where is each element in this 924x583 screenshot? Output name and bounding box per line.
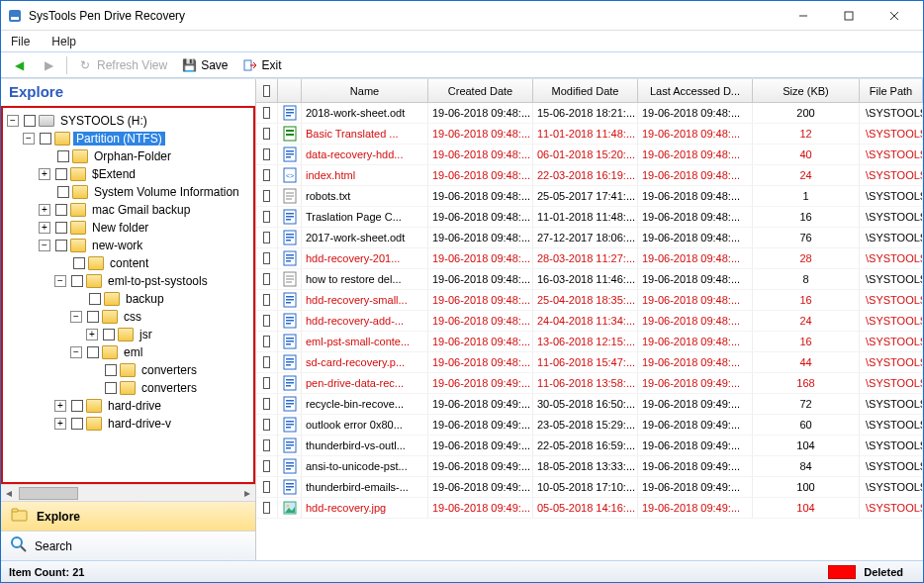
tree-orphan[interactable]: Orphan-Folder: [7, 147, 253, 165]
tree-convert1[interactable]: converters: [7, 361, 253, 379]
table-row[interactable]: thunderbird-vs-outl...19-06-2018 09:49:.…: [256, 436, 923, 456]
scroll-right-icon[interactable]: ▸: [239, 485, 255, 501]
checkbox[interactable]: [263, 336, 270, 347]
checkbox[interactable]: [55, 240, 67, 251]
checkbox[interactable]: [71, 400, 83, 412]
tree-harddrivev[interactable]: +hard-drive-v: [7, 415, 253, 433]
checkbox[interactable]: [24, 115, 36, 127]
tree-extend[interactable]: +$Extend: [7, 165, 253, 183]
tree-hscroll[interactable]: ◂ ▸: [1, 484, 255, 501]
scroll-left-icon[interactable]: ◂: [1, 485, 17, 501]
col-type[interactable]: [278, 79, 302, 102]
col-path[interactable]: File Path: [860, 79, 923, 102]
table-row[interactable]: hdd-recovery-201...19-06-2018 09:48:...2…: [256, 248, 923, 269]
checkbox[interactable]: [105, 364, 117, 376]
tree-convert2[interactable]: converters: [7, 379, 253, 397]
table-row[interactable]: outlook error 0x80...19-06-2018 09:49:..…: [256, 415, 923, 436]
checkbox[interactable]: [87, 311, 99, 323]
checkbox[interactable]: [71, 418, 83, 430]
tree-sysvol[interactable]: System Volume Information: [7, 183, 253, 201]
tree-emltopst[interactable]: −eml-to-pst-systools: [7, 272, 253, 290]
menu-file[interactable]: File: [11, 35, 30, 49]
table-row[interactable]: how to restore del...19-06-2018 09:48:..…: [256, 269, 923, 290]
checkbox[interactable]: [263, 481, 270, 493]
tree-newfolder[interactable]: +New folder: [7, 219, 253, 237]
checkbox[interactable]: [55, 168, 67, 180]
tree-content[interactable]: content: [7, 254, 253, 272]
checkbox[interactable]: [263, 419, 270, 431]
checkbox[interactable]: [263, 190, 270, 202]
table-row[interactable]: sd-card-recovery.p...19-06-2018 09:48:..…: [256, 352, 923, 373]
maximize-button[interactable]: [826, 2, 872, 30]
table-row[interactable]: ansi-to-unicode-pst...19-06-2018 09:49:.…: [256, 456, 923, 477]
checkbox[interactable]: [73, 257, 85, 269]
checkbox[interactable]: [263, 128, 270, 140]
checkbox[interactable]: [263, 439, 270, 451]
checkbox[interactable]: [263, 356, 270, 368]
expand-icon[interactable]: +: [39, 222, 50, 234]
checkbox[interactable]: [40, 133, 51, 145]
checkbox[interactable]: [263, 85, 270, 97]
table-row[interactable]: hdd-recovery.jpg19-06-2018 09:49:...05-0…: [256, 498, 923, 519]
collapse-icon[interactable]: −: [70, 346, 82, 358]
table-row[interactable]: pen-drive-data-rec...19-06-2018 09:49:..…: [256, 373, 923, 394]
tree-harddrive[interactable]: +hard-drive: [7, 397, 253, 415]
nav-back-button[interactable]: ◀: [7, 55, 31, 75]
menu-help[interactable]: Help: [51, 35, 76, 49]
table-row[interactable]: <>index.html19-06-2018 09:48:...22-03-20…: [256, 165, 923, 186]
checkbox[interactable]: [263, 315, 270, 327]
col-size[interactable]: Size (KB): [753, 79, 860, 102]
col-modified[interactable]: Modified Date: [533, 79, 638, 102]
col-checkbox[interactable]: [256, 79, 278, 102]
expand-icon[interactable]: +: [54, 418, 66, 430]
checkbox[interactable]: [263, 273, 270, 285]
checkbox[interactable]: [263, 294, 270, 306]
collapse-icon[interactable]: −: [70, 311, 82, 323]
checkbox[interactable]: [55, 204, 67, 216]
tree-backup[interactable]: backup: [7, 290, 253, 308]
expand-icon[interactable]: +: [39, 168, 50, 180]
checkbox[interactable]: [263, 107, 270, 119]
table-row[interactable]: recycle-bin-recove...19-06-2018 09:49:..…: [256, 394, 923, 415]
collapse-icon[interactable]: −: [39, 240, 50, 251]
table-row[interactable]: thunderbird-emails-...19-06-2018 09:49:.…: [256, 477, 923, 498]
tree-jsr[interactable]: +jsr: [7, 326, 253, 343]
col-created[interactable]: Created Date: [428, 79, 533, 102]
table-row[interactable]: hdd-recovery-add-...19-06-2018 09:48:...…: [256, 311, 923, 332]
minimize-button[interactable]: [781, 2, 826, 30]
expand-icon[interactable]: +: [39, 204, 50, 216]
checkbox[interactable]: [263, 398, 270, 410]
exit-button[interactable]: Exit: [238, 55, 286, 75]
grid-body[interactable]: 2018-work-sheet.odt19-06-2018 09:48:...1…: [256, 103, 923, 560]
expand-icon[interactable]: +: [54, 400, 66, 412]
checkbox[interactable]: [57, 186, 69, 198]
table-row[interactable]: robots.txt19-06-2018 09:48:...25-05-2017…: [256, 186, 923, 207]
table-row[interactable]: data-recovery-hdd...19-06-2018 09:48:...…: [256, 145, 923, 165]
tree-eml[interactable]: −eml: [7, 343, 253, 361]
tree-partition[interactable]: −Partition (NTFS): [7, 130, 253, 147]
checkbox[interactable]: [89, 293, 101, 305]
checkbox[interactable]: [57, 150, 69, 162]
tree-newwork[interactable]: −new-work: [7, 237, 253, 254]
table-row[interactable]: 2017-work-sheet.odt19-06-2018 09:48:...2…: [256, 228, 923, 248]
checkbox[interactable]: [263, 502, 270, 514]
scroll-thumb[interactable]: [19, 487, 78, 500]
checkbox[interactable]: [103, 329, 115, 340]
checkbox[interactable]: [263, 211, 270, 223]
refresh-button[interactable]: ↻ Refresh View: [73, 55, 171, 75]
tree-macgmail[interactable]: +mac Gmail backup: [7, 201, 253, 219]
nav-search[interactable]: Search: [1, 531, 255, 560]
table-row[interactable]: Basic Translated ...19-06-2018 09:48:...…: [256, 124, 923, 145]
tree-root[interactable]: −SYSTOOLS (H:): [7, 112, 253, 130]
table-row[interactable]: hdd-recovery-small...19-06-2018 09:48:..…: [256, 290, 923, 311]
checkbox[interactable]: [263, 460, 270, 472]
checkbox[interactable]: [263, 377, 270, 389]
nav-forward-button[interactable]: ▶: [37, 55, 60, 75]
col-accessed[interactable]: Last Accessed D...: [638, 79, 753, 102]
checkbox[interactable]: [263, 252, 270, 264]
tree-css[interactable]: −css: [7, 308, 253, 326]
checkbox[interactable]: [71, 275, 83, 287]
nav-explore[interactable]: Explore: [1, 501, 255, 531]
save-button[interactable]: 💾 Save: [177, 55, 231, 75]
checkbox[interactable]: [263, 148, 270, 160]
